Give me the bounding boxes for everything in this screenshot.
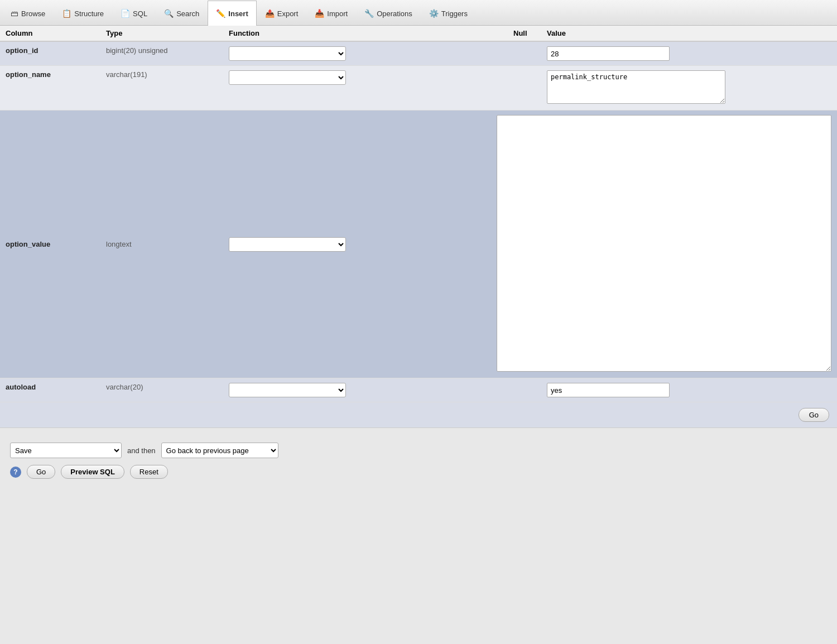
table-header: Column Type Function Null Value [0,26,837,42]
cell-option-name-type: varchar(191) [106,70,229,79]
and-then-label: and then [127,446,156,455]
tab-label-triggers: Triggers [441,9,468,18]
tab-label-operations: Operations [377,9,412,18]
main-content: Column Type Function Null Value option_i… [0,26,837,428]
table-row: option_value longtext [0,110,837,378]
cell-option-id-value [547,46,831,61]
structure-icon: 📋 [62,9,71,18]
autoload-value-input[interactable] [547,383,670,397]
import-icon: 📥 [315,9,324,18]
search-icon: 🔍 [164,9,174,18]
tab-structure[interactable]: 📋Structure [54,1,112,26]
table-row: option_id bigint(20) unsigned [0,42,837,66]
reset-button[interactable]: Reset [130,465,168,479]
col-header-column: Column [6,29,106,37]
table-row: option_name varchar(191) permalink_struc… [0,66,837,110]
operations-icon: 🔧 [364,9,374,18]
cell-option-value-function [229,237,463,252]
tab-export[interactable]: 📤Export [257,1,307,26]
option-name-value-textarea[interactable]: permalink_structure [547,70,725,104]
go-back-select[interactable]: Go back to previous page Insert another … [161,443,278,458]
cell-option-name-column: option_name [6,70,106,79]
cell-option-name-function [229,70,513,85]
option-value-value-textarea[interactable] [497,115,831,372]
help-icon[interactable]: ? [10,467,21,478]
cell-option-value-column: option_value [6,240,106,248]
tab-label-import: Import [327,9,348,18]
cell-option-name-value: permalink_structure [547,70,831,105]
tab-label-insert: Insert [228,9,248,18]
cell-autoload-type: varchar(20) [106,383,229,391]
cell-option-value-value [497,115,831,373]
cell-option-id-type: bigint(20) unsigned [106,46,229,55]
col-header-type: Type [106,29,229,37]
option-name-function-select[interactable] [229,70,346,85]
tab-label-search: Search [176,9,199,18]
table-row: autoload varchar(20) [0,378,837,402]
tab-sql[interactable]: 📄SQL [112,1,156,26]
bottom-row1: Save Insert as new row Insert and stay a… [10,443,827,458]
export-icon: 📤 [265,9,275,18]
tab-label-export: Export [277,9,299,18]
tab-insert[interactable]: ✏️Insert [208,1,256,26]
tab-triggers[interactable]: ⚙️Triggers [421,1,476,26]
triggers-icon: ⚙️ [429,9,439,18]
tab-operations[interactable]: 🔧Operations [356,1,421,26]
tab-browse[interactable]: 🗃Browse [2,1,54,26]
sql-icon: 📄 [121,9,130,18]
preview-sql-button[interactable]: Preview SQL [61,465,124,479]
cell-option-id-function [229,46,513,61]
go-button[interactable]: Go [798,408,829,422]
option-value-function-select[interactable] [229,237,346,252]
col-header-function: Function [229,29,513,37]
tab-label-sql: SQL [133,9,147,18]
browse-icon: 🗃 [11,9,18,18]
col-header-null: Null [513,29,547,37]
option-id-value-input[interactable] [547,46,670,61]
tab-label-structure: Structure [74,9,104,18]
tab-import[interactable]: 📥Import [306,1,356,26]
bottom-section: Save Insert as new row Insert and stay a… [0,434,837,488]
tab-search[interactable]: 🔍Search [156,1,208,26]
save-action-select[interactable]: Save Insert as new row Insert and stay [10,443,122,458]
option-id-function-select[interactable] [229,46,346,61]
go-button-container: Go [0,402,837,428]
tab-label-browse: Browse [21,9,45,18]
cell-option-value-type: longtext [106,240,229,248]
insert-icon: ✏️ [216,9,225,18]
autoload-function-select[interactable] [229,383,346,397]
bottom-go-button[interactable]: Go [27,465,55,479]
cell-autoload-value [547,383,831,397]
cell-autoload-column: autoload [6,383,106,391]
bottom-row2: ? Go Preview SQL Reset [10,465,827,479]
col-header-value: Value [547,29,831,37]
tab-bar: 🗃Browse📋Structure📄SQL🔍Search✏️Insert📤Exp… [0,0,837,26]
cell-option-id-column: option_id [6,46,106,55]
cell-autoload-function [229,383,513,397]
